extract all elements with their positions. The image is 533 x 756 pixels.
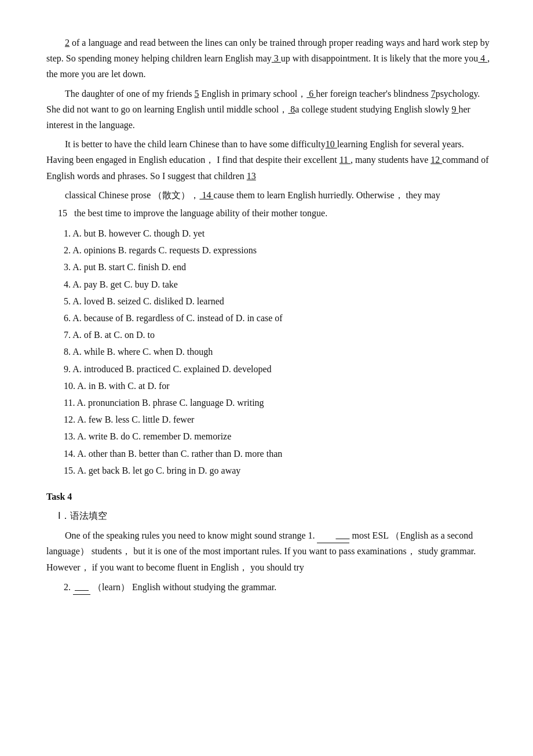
- option-14: 14. A. other than B. better than C. rath…: [64, 446, 492, 461]
- paragraph-2: The daughter of one of my friends 5 Engl…: [46, 86, 492, 133]
- task4-para1: One of the speaking rules you need to kn…: [46, 527, 492, 575]
- paragraph-4: classical Chinese prose （散文）， 14 cause t…: [65, 187, 492, 203]
- blank-10: 10: [326, 139, 337, 149]
- blank-11: 11: [339, 155, 351, 165]
- blank-2: 2: [65, 38, 70, 48]
- option-7: 7. A. of B. at C. on D. to: [64, 327, 492, 343]
- task4-header: Task 4: [46, 489, 492, 504]
- option-5: 5. A. loved B. seized C. disliked D. lea…: [64, 293, 492, 309]
- task4-blank-1: [317, 527, 349, 543]
- blank-12: 12: [430, 155, 442, 165]
- option-2: 2. A. opinions B. regards C. requests D.…: [64, 242, 492, 258]
- blank-6: 6: [306, 89, 316, 99]
- blank-9: 9: [452, 104, 459, 114]
- blank-7: 7: [431, 89, 436, 99]
- blank-5: 5: [194, 89, 199, 99]
- task4-blank-2: [73, 579, 90, 595]
- option-6: 6. A. because of B. regardless of C. ins…: [64, 310, 492, 326]
- option-9: 9. A. introduced B. practiced C. explain…: [64, 361, 492, 377]
- option-10: 10. A. in B. with C. at D. for: [64, 378, 492, 394]
- page-content: 2 of a language and read between the lin…: [46, 35, 492, 595]
- option-13: 13. A. write B. do C. remember D. memori…: [64, 428, 492, 444]
- blank-14: 14: [199, 190, 213, 200]
- option-11: 11. A. pronunciation B. phrase C. langua…: [64, 395, 492, 410]
- task4-section-title: Ⅰ．语法填空: [58, 508, 492, 524]
- option-15: 15. A. get back B. let go C. bring in D.…: [64, 463, 492, 478]
- blank-4: 4: [478, 53, 487, 63]
- blank-8: 8: [288, 104, 295, 114]
- paragraph-3: It is better to have the child learn Chi…: [46, 136, 492, 184]
- options-section: 1. A. but B. however C. though D. yet 2.…: [46, 226, 492, 478]
- option-12: 12. A. few B. less C. little D. fewer: [64, 412, 492, 427]
- task4-section: Task 4 Ⅰ．语法填空 One of the speaking rules …: [46, 489, 492, 595]
- option-3: 3. A. put B. start C. finish D. end: [64, 259, 492, 275]
- option-4: 4. A. pay B. get C. buy D. take: [64, 277, 492, 292]
- blank-3: 3: [272, 53, 281, 63]
- blank-13: 13: [247, 171, 256, 181]
- option-8: 8. A. while B. where C. when D. though: [64, 344, 492, 359]
- paragraph-5: 15 the best time to improve the language…: [58, 205, 492, 221]
- task4-para2: 2. （learn） English without studying the …: [64, 579, 492, 595]
- option-1: 1. A. but B. however C. though D. yet: [64, 226, 492, 241]
- paragraph-1: 2 of a language and read between the lin…: [46, 35, 492, 82]
